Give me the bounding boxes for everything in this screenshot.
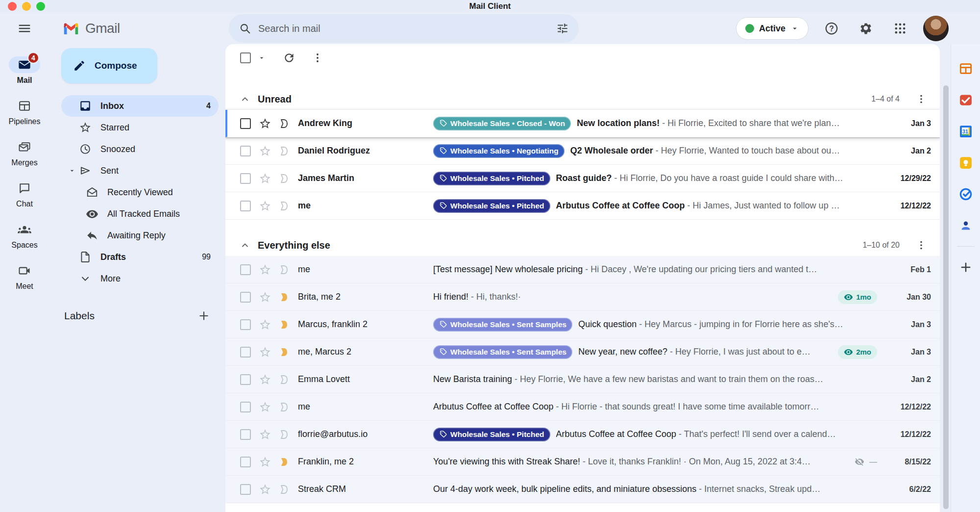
row-checkbox[interactable] (240, 118, 251, 129)
email-tracking-pill[interactable]: 1mo (838, 290, 877, 304)
create-label-button[interactable] (194, 306, 214, 326)
pipeline-stage-badge[interactable]: Wholesale Sales • Pitched (433, 428, 550, 441)
star-icon[interactable] (259, 172, 271, 185)
star-icon[interactable] (259, 401, 271, 413)
select-dropdown-caret-icon[interactable] (258, 54, 266, 62)
status-dropdown[interactable]: Active (736, 17, 808, 40)
streak-box-icon[interactable] (278, 145, 290, 157)
star-icon[interactable] (259, 263, 271, 276)
star-icon[interactable] (259, 456, 271, 468)
row-checkbox[interactable] (240, 264, 251, 275)
rail-item-pipelines[interactable]: Pipelines (0, 91, 49, 132)
search-input[interactable] (251, 23, 551, 34)
addon-google-tasks[interactable] (958, 186, 974, 202)
search-bar[interactable] (229, 14, 579, 43)
folder-awaiting-reply[interactable]: Awaiting Reply (61, 225, 219, 246)
addon-streak-pipelines[interactable] (958, 61, 974, 77)
rail-item-spaces[interactable]: Spaces (0, 215, 49, 256)
email-row[interactable]: Andrew King Wholesale Sales • Closed - W… (225, 110, 940, 137)
streak-box-icon[interactable] (278, 456, 290, 468)
row-checkbox[interactable] (240, 201, 251, 211)
streak-box-icon[interactable] (278, 319, 290, 331)
star-icon[interactable] (259, 291, 271, 304)
addon-google-calendar[interactable]: 31 (958, 124, 974, 139)
addon-get-addons[interactable] (958, 259, 974, 275)
folder-sent[interactable]: Sent (61, 160, 219, 181)
select-all-checkbox[interactable] (240, 52, 251, 63)
rail-item-chat[interactable]: Chat (0, 174, 49, 215)
streak-box-icon[interactable] (278, 264, 290, 276)
email-row[interactable]: me Arbutus Coffee at Coffee Coop - Hi Fl… (225, 393, 940, 421)
streak-box-icon[interactable] (278, 118, 290, 129)
star-icon[interactable] (259, 318, 271, 331)
streak-box-icon[interactable] (278, 200, 290, 212)
star-icon[interactable] (259, 428, 271, 441)
star-icon[interactable] (259, 200, 271, 212)
google-apps-button[interactable] (889, 17, 911, 40)
row-checkbox[interactable] (240, 292, 251, 303)
streak-box-icon[interactable] (278, 346, 290, 358)
list-scrollbar[interactable] (943, 85, 949, 509)
row-checkbox[interactable] (240, 319, 251, 330)
pipeline-stage-badge[interactable]: Wholesale Sales • Closed - Won (433, 117, 571, 130)
streak-box-icon[interactable] (278, 374, 290, 385)
compose-button[interactable]: Compose (61, 48, 157, 83)
section-more-button[interactable] (910, 88, 932, 110)
row-checkbox[interactable] (240, 173, 251, 184)
addon-google-contacts[interactable] (958, 218, 974, 233)
folder-inbox[interactable]: Inbox 4 (61, 95, 219, 117)
streak-box-icon[interactable] (278, 429, 290, 440)
email-row[interactable]: Daniel Rodriguez Wholesale Sales • Negot… (225, 137, 940, 165)
collapse-section-button[interactable] (240, 240, 250, 250)
streak-box-icon[interactable] (278, 291, 290, 303)
folder-drafts[interactable]: Drafts 99 (61, 246, 219, 268)
email-row[interactable]: Marcus, franklin 2 Wholesale Sales • Sen… (225, 311, 940, 338)
pipeline-stage-badge[interactable]: Wholesale Sales • Pitched (433, 172, 550, 185)
folder-recently-viewed[interactable]: Recently Viewed (61, 181, 219, 203)
section-more-button[interactable] (910, 234, 932, 256)
streak-box-icon[interactable] (278, 173, 290, 184)
row-checkbox[interactable] (240, 347, 251, 358)
search-icon[interactable] (239, 22, 251, 35)
rail-item-mail[interactable]: 4 Mail (0, 50, 49, 91)
help-button[interactable]: ? (820, 17, 843, 40)
row-checkbox[interactable] (240, 429, 251, 440)
hamburger-menu-button[interactable] (13, 17, 36, 40)
email-row[interactable]: me Wholesale Sales • Pitched Arbutus Cof… (225, 192, 940, 220)
folder-snoozed[interactable]: Snoozed (61, 138, 219, 160)
star-icon[interactable] (259, 145, 271, 157)
streak-box-icon[interactable] (278, 401, 290, 413)
star-icon[interactable] (259, 483, 271, 496)
settings-button[interactable] (855, 17, 877, 40)
email-tracking-pill[interactable]: 2mo (838, 345, 877, 359)
email-row[interactable]: Emma Lovett New Barista training - Hey F… (225, 366, 940, 393)
row-checkbox[interactable] (240, 484, 251, 495)
email-row[interactable]: Streak CRM Our 4-day work week, bulk pip… (225, 476, 940, 503)
row-checkbox[interactable] (240, 374, 251, 385)
row-checkbox[interactable] (240, 457, 251, 467)
row-checkbox[interactable] (240, 146, 251, 156)
star-icon[interactable] (259, 373, 271, 386)
addon-streak-mail[interactable] (958, 92, 974, 108)
email-row[interactable]: florrie@arbutus.io Wholesale Sales • Pit… (225, 421, 940, 448)
streak-box-icon[interactable] (278, 484, 290, 495)
email-row[interactable]: James Martin Wholesale Sales • Pitched R… (225, 165, 940, 192)
pipeline-stage-badge[interactable]: Wholesale Sales • Pitched (433, 199, 550, 213)
more-options-button[interactable] (307, 47, 328, 69)
rail-item-merges[interactable]: Merges (0, 132, 49, 174)
pipeline-stage-badge[interactable]: Wholesale Sales • Negotiating (433, 144, 564, 158)
user-avatar[interactable] (923, 16, 949, 41)
star-icon[interactable] (259, 346, 271, 358)
pipeline-stage-badge[interactable]: Wholesale Sales • Sent Samples (433, 345, 572, 359)
folder-all-tracked-emails[interactable]: All Tracked Emails (61, 203, 219, 225)
rail-item-meet[interactable]: Meet (0, 256, 49, 297)
email-row[interactable]: me, Marcus 2 Wholesale Sales • Sent Samp… (225, 338, 940, 366)
email-row[interactable]: Franklin, me 2 You're viewing this with … (225, 448, 940, 476)
email-row[interactable]: me [Test message] New wholesale pricing … (225, 256, 940, 283)
search-options-button[interactable] (551, 17, 574, 40)
addon-google-keep[interactable] (958, 155, 974, 171)
row-checkbox[interactable] (240, 402, 251, 412)
collapse-section-button[interactable] (240, 94, 250, 104)
email-row[interactable]: Brita, me 2 Hi friend! - Hi, thanks!· 1m… (225, 283, 940, 311)
pipeline-stage-badge[interactable]: Wholesale Sales • Sent Samples (433, 318, 572, 332)
